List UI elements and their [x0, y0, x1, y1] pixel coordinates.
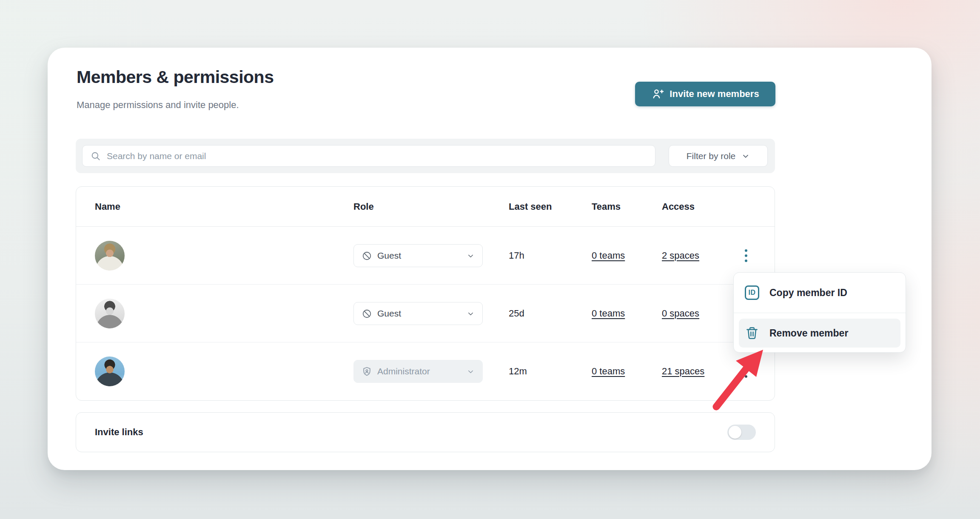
- invite-new-members-button[interactable]: Invite new members: [635, 82, 775, 106]
- filter-label: Filter by role: [687, 151, 736, 161]
- filter-by-role-dropdown[interactable]: Filter by role: [669, 145, 768, 167]
- column-header-last-seen: Last seen: [509, 187, 552, 227]
- table-header-row: Name Role Last seen Teams Access: [76, 187, 775, 227]
- role-dropdown-disabled: Administrator: [353, 360, 483, 383]
- members-permissions-card: Members & permissions Manage permissions…: [48, 48, 932, 470]
- invite-links-section: Invite links: [76, 412, 775, 452]
- ban-icon: [362, 251, 372, 261]
- invite-links-toggle[interactable]: [727, 425, 756, 440]
- chevron-down-icon: [741, 152, 750, 160]
- table-row: Administrator 12m 0 teams 21 spaces: [76, 342, 775, 400]
- column-header-role: Role: [353, 187, 374, 227]
- search-filter-bar: Filter by role: [76, 139, 775, 173]
- menu-item-label: Remove member: [769, 328, 848, 339]
- menu-item-label: Copy member ID: [769, 287, 847, 299]
- menu-item-remove-member[interactable]: Remove member: [734, 313, 906, 353]
- avatar: [95, 356, 125, 386]
- search-icon: [90, 151, 101, 162]
- spaces-link[interactable]: 2 spaces: [662, 250, 699, 261]
- role-value: Administrator: [377, 366, 430, 376]
- invite-button-label: Invite new members: [669, 88, 759, 100]
- page-subtitle: Manage permissions and invite people.: [77, 100, 239, 111]
- avatar: [95, 299, 125, 328]
- last-seen-value: 25d: [509, 285, 524, 342]
- chevron-down-icon: [467, 252, 475, 260]
- members-table: Name Role Last seen Teams Access Guest 1…: [76, 186, 775, 401]
- last-seen-value: 17h: [509, 227, 524, 285]
- column-header-access: Access: [662, 187, 695, 227]
- menu-item-copy-member-id[interactable]: ID Copy member ID: [734, 273, 906, 313]
- table-row: Guest 25d 0 teams 0 spaces: [76, 285, 775, 342]
- spaces-link[interactable]: 0 spaces: [662, 308, 699, 319]
- id-badge-icon: ID: [745, 285, 759, 300]
- role-dropdown[interactable]: Guest: [353, 302, 483, 325]
- shield-person-icon: [362, 366, 372, 377]
- chevron-down-icon: [467, 310, 475, 318]
- search-field[interactable]: [82, 145, 655, 167]
- teams-link[interactable]: 0 teams: [592, 308, 625, 319]
- role-value: Guest: [377, 251, 401, 261]
- avatar: [95, 241, 125, 271]
- teams-link[interactable]: 0 teams: [592, 366, 625, 377]
- row-actions-kebab-menu[interactable]: [736, 245, 756, 266]
- column-header-teams: Teams: [592, 187, 621, 227]
- teams-link[interactable]: 0 teams: [592, 250, 625, 261]
- trash-icon: [745, 326, 759, 340]
- search-input[interactable]: [107, 151, 647, 161]
- person-plus-icon: [651, 88, 664, 100]
- last-seen-value: 12m: [509, 342, 527, 400]
- ban-icon: [362, 308, 372, 319]
- page-title: Members & permissions: [77, 67, 273, 87]
- role-value: Guest: [377, 308, 401, 319]
- role-dropdown[interactable]: Guest: [353, 244, 483, 267]
- table-row: Guest 17h 0 teams 2 spaces: [76, 227, 775, 285]
- toggle-knob: [729, 426, 741, 439]
- row-context-menu: ID Copy member ID Remove member: [733, 272, 906, 353]
- chevron-down-icon: [467, 368, 475, 376]
- spaces-link[interactable]: 21 spaces: [662, 366, 704, 377]
- column-header-name: Name: [95, 187, 120, 227]
- row-actions-kebab-menu[interactable]: [736, 361, 756, 382]
- invite-links-label: Invite links: [95, 427, 143, 438]
